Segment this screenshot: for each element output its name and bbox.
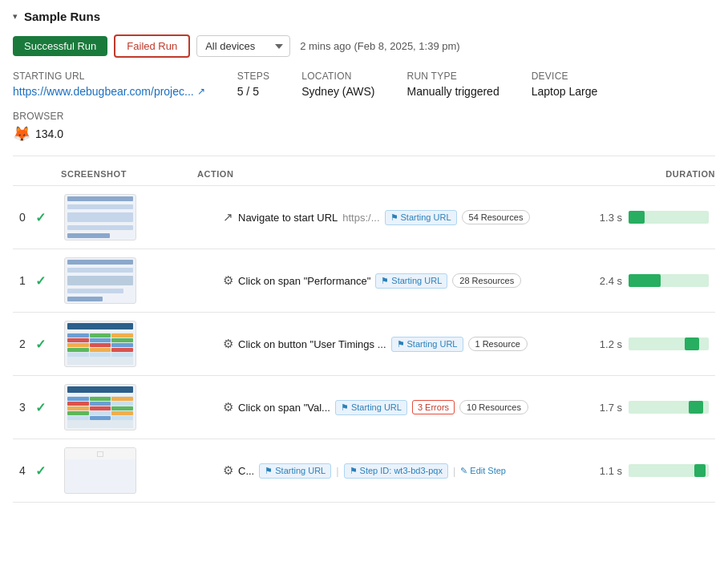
step-right-4: 1.1 s	[593, 464, 715, 477]
action-text-0: Navigate to start URL	[238, 212, 338, 224]
chevron-icon: ▾	[13, 11, 18, 22]
duration-bar-4	[694, 464, 706, 477]
steps-table: SCREENSHOT ACTION DURATION 0 ✓	[13, 163, 715, 503]
meta-run-type: Run type Manually triggered	[407, 71, 499, 98]
run-timestamp: 2 mins ago (Feb 8, 2025, 1:39 pm)	[300, 40, 459, 52]
separator-4: |	[336, 465, 338, 477]
steps-label: Steps	[237, 71, 270, 82]
starting-url-badge-4[interactable]: ⚑ Starting URL	[259, 463, 331, 479]
step-right-1: 2.4 s	[593, 274, 715, 287]
step-action-4: ⚙ C... ⚑ Starting URL | ⚑ Step ID: wt3-b…	[223, 463, 587, 479]
starting-url-label: Starting URL	[13, 71, 205, 82]
step-index-3: 3	[19, 401, 30, 414]
starting-url-badge-1[interactable]: ⚑ Starting URL	[375, 273, 447, 289]
check-icon-3: ✓	[35, 400, 46, 415]
step-index-check-3: 3 ✓	[13, 400, 58, 415]
edit-step-link-4[interactable]: ✎ Edit Step	[460, 466, 506, 476]
starting-url-badge-3[interactable]: ⚑ Starting URL	[335, 400, 407, 415]
table-row: 1 ✓ ⚙ Click on span "Performance" ⚑ Sta	[13, 249, 715, 313]
table-row: 0 ✓ ↗ Navigate to start URL https:/...	[13, 186, 715, 249]
screenshot-thumb-4[interactable]: □	[64, 447, 136, 494]
run-type-label: Run type	[407, 71, 499, 82]
step-right-2: 1.2 s	[593, 337, 715, 350]
th-duration: DURATION	[619, 169, 715, 179]
starting-url-link[interactable]: https://www.debugbear.com/projec... ↗	[13, 85, 205, 98]
firefox-icon: 🦊	[13, 125, 30, 143]
starting-url-badge-2[interactable]: ⚑ Starting URL	[391, 337, 463, 352]
separator-4b: |	[453, 465, 455, 477]
step-id-badge-4[interactable]: ⚑ Step ID: wt3-bd3-pqx	[344, 463, 448, 479]
duration-bar-3	[689, 401, 703, 414]
action-text-1: Click on span "Performance"	[238, 275, 370, 287]
click-icon-2: ⚙	[223, 337, 233, 351]
device-select[interactable]: All devices Laptop Large Mobile	[196, 35, 290, 57]
check-icon-1: ✓	[35, 273, 46, 289]
duration-bar-container-2	[629, 337, 709, 350]
location-label: Location	[301, 71, 374, 82]
flag-icon-1: ⚑	[381, 276, 389, 286]
resources-badge-2[interactable]: 1 Resource	[468, 337, 528, 351]
edit-icon: ✎	[460, 466, 467, 476]
successful-run-tab[interactable]: Successful Run	[13, 36, 107, 56]
resources-badge-1[interactable]: 28 Resources	[452, 273, 521, 288]
duration-bar-container-1	[629, 274, 709, 287]
resources-badge-0[interactable]: 54 Resources	[462, 210, 531, 224]
flag-icon-4: ⚑	[265, 466, 273, 476]
duration-bar-0	[629, 211, 645, 224]
action-text-3: Click on span "Val...	[238, 402, 330, 414]
step-index-check-1: 1 ✓	[13, 273, 58, 289]
browser-value: 🦊 134.0	[13, 125, 715, 143]
step-action-2: ⚙ Click on button "User Timings ... ⚑ St…	[223, 337, 587, 352]
blank-thumb-4: □	[65, 448, 135, 459]
th-screenshot: SCREENSHOT	[45, 169, 197, 179]
divider	[13, 156, 715, 156]
duration-bar-container-4	[629, 464, 709, 477]
action-text-4: C...	[238, 465, 254, 477]
browser-section: Browser 🦊 134.0	[13, 111, 715, 143]
step-index-4: 4	[19, 464, 30, 477]
step-index-1: 1	[19, 274, 30, 287]
action-url-0: https:/...	[342, 212, 379, 224]
section-header[interactable]: ▾ Sample Runs	[13, 10, 715, 23]
starting-url-badge-0[interactable]: ⚑ Starting URL	[385, 210, 457, 225]
run-type-value: Manually triggered	[407, 85, 499, 98]
flag-icon-2: ⚑	[397, 339, 405, 350]
device-value: Laptop Large	[532, 85, 598, 98]
table-header: SCREENSHOT ACTION DURATION	[13, 163, 715, 186]
table-row: 4 ✓ □ ⚙ C... ⚑ Starting URL | ⚑ Step ID:	[13, 439, 715, 503]
navigate-icon: ↗	[223, 210, 233, 224]
duration-bar-container-0	[629, 211, 709, 224]
meta-starting-url: Starting URL https://www.debugbear.com/p…	[13, 71, 205, 98]
page-container: ▾ Sample Runs Successful Run Failed Run …	[0, 0, 728, 512]
steps-value: 5 / 5	[237, 85, 270, 98]
step-right-0: 1.3 s	[593, 211, 715, 224]
run-meta: Starting URL https://www.debugbear.com/p…	[13, 71, 715, 98]
device-label: Device	[532, 71, 598, 82]
meta-location: Location Sydney (AWS)	[301, 71, 374, 98]
check-icon-0: ✓	[35, 210, 46, 225]
screenshot-thumb-2[interactable]	[64, 321, 136, 367]
step-index-check-4: 4 ✓	[13, 463, 58, 479]
click-icon-3: ⚙	[223, 400, 233, 414]
section-title: Sample Runs	[24, 10, 100, 23]
browser-label: Browser	[13, 111, 715, 122]
action-text-2: Click on button "User Timings ...	[238, 338, 386, 350]
duration-bar-2	[685, 337, 699, 350]
check-icon-2: ✓	[35, 337, 46, 352]
duration-0: 1.3 s	[593, 212, 622, 224]
errors-badge-3[interactable]: 3 Errors	[412, 400, 455, 414]
flag-icon-3: ⚑	[341, 402, 349, 413]
screenshot-thumb-3[interactable]	[64, 384, 136, 430]
run-tabs: Successful Run Failed Run All devices La…	[13, 34, 715, 58]
resources-badge-3[interactable]: 10 Resources	[459, 400, 528, 414]
browser-version: 134.0	[35, 127, 63, 140]
duration-1: 2.4 s	[593, 275, 622, 287]
step-id-icon: ⚑	[350, 466, 358, 476]
check-icon-4: ✓	[35, 463, 46, 479]
screenshot-thumb-1[interactable]	[64, 257, 136, 304]
step-action-1: ⚙ Click on span "Performance" ⚑ Starting…	[223, 273, 587, 289]
failed-run-tab[interactable]: Failed Run	[114, 34, 190, 58]
th-action: ACTION	[197, 169, 619, 179]
screenshot-thumb-0[interactable]	[64, 194, 136, 240]
step-index-check-2: 2 ✓	[13, 337, 58, 352]
